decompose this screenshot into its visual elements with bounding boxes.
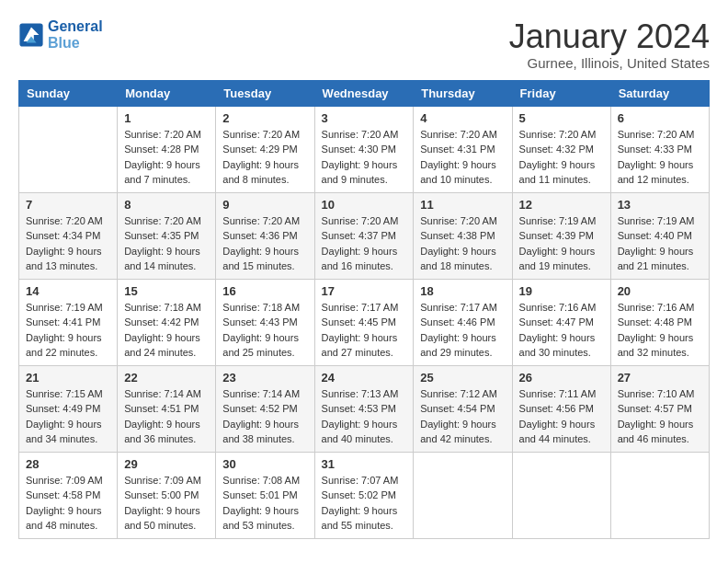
table-cell: 23Sunrise: 7:14 AMSunset: 4:52 PMDayligh… bbox=[216, 365, 314, 452]
calendar-table: Sunday Monday Tuesday Wednesday Thursday… bbox=[18, 80, 710, 539]
day-info: Sunrise: 7:19 AMSunset: 4:40 PMDaylight:… bbox=[618, 213, 702, 274]
day-info: Sunrise: 7:20 AMSunset: 4:32 PMDaylight:… bbox=[519, 127, 604, 188]
table-cell: 26Sunrise: 7:11 AMSunset: 4:56 PMDayligh… bbox=[512, 365, 610, 452]
table-cell: 9Sunrise: 7:20 AMSunset: 4:36 PMDaylight… bbox=[216, 192, 314, 279]
table-cell: 8Sunrise: 7:20 AMSunset: 4:35 PMDaylight… bbox=[118, 192, 216, 279]
day-number: 30 bbox=[222, 457, 307, 471]
table-cell: 28Sunrise: 7:09 AMSunset: 4:58 PMDayligh… bbox=[19, 452, 118, 538]
logo: General Blue bbox=[18, 18, 103, 52]
table-cell: 5Sunrise: 7:20 AMSunset: 4:32 PMDaylight… bbox=[512, 106, 610, 192]
table-cell: 22Sunrise: 7:14 AMSunset: 4:51 PMDayligh… bbox=[118, 365, 216, 452]
table-cell: 14Sunrise: 7:19 AMSunset: 4:41 PMDayligh… bbox=[19, 279, 118, 365]
table-cell: 12Sunrise: 7:19 AMSunset: 4:39 PMDayligh… bbox=[512, 192, 610, 279]
day-info: Sunrise: 7:19 AMSunset: 4:39 PMDaylight:… bbox=[519, 213, 604, 274]
day-number: 11 bbox=[420, 198, 505, 212]
day-info: Sunrise: 7:20 AMSunset: 4:37 PMDaylight:… bbox=[322, 213, 407, 274]
day-info: Sunrise: 7:10 AMSunset: 4:57 PMDaylight:… bbox=[618, 386, 702, 447]
week-row-2: 7Sunrise: 7:20 AMSunset: 4:34 PMDaylight… bbox=[19, 192, 710, 279]
table-cell: 13Sunrise: 7:19 AMSunset: 4:40 PMDayligh… bbox=[610, 192, 709, 279]
day-number: 10 bbox=[322, 198, 407, 212]
location: Gurnee, Illinois, United States bbox=[509, 55, 710, 71]
day-info: Sunrise: 7:09 AMSunset: 5:00 PMDaylight:… bbox=[124, 473, 209, 534]
day-number: 26 bbox=[519, 371, 604, 385]
day-number: 18 bbox=[420, 284, 505, 298]
table-cell: 21Sunrise: 7:15 AMSunset: 4:49 PMDayligh… bbox=[19, 365, 118, 452]
day-number: 1 bbox=[124, 111, 209, 125]
day-number: 8 bbox=[124, 198, 209, 212]
day-number: 12 bbox=[519, 198, 604, 212]
day-info: Sunrise: 7:09 AMSunset: 4:58 PMDaylight:… bbox=[26, 473, 110, 534]
day-info: Sunrise: 7:20 AMSunset: 4:31 PMDaylight:… bbox=[420, 127, 505, 188]
day-number: 16 bbox=[222, 284, 307, 298]
day-number: 3 bbox=[322, 111, 407, 125]
day-number: 17 bbox=[322, 284, 407, 298]
day-number: 4 bbox=[420, 111, 505, 125]
day-info: Sunrise: 7:20 AMSunset: 4:35 PMDaylight:… bbox=[124, 213, 209, 274]
table-cell: 17Sunrise: 7:17 AMSunset: 4:45 PMDayligh… bbox=[314, 279, 414, 365]
table-cell: 1Sunrise: 7:20 AMSunset: 4:28 PMDaylight… bbox=[118, 106, 216, 192]
day-info: Sunrise: 7:19 AMSunset: 4:41 PMDaylight:… bbox=[26, 300, 110, 361]
table-cell: 16Sunrise: 7:18 AMSunset: 4:43 PMDayligh… bbox=[216, 279, 314, 365]
day-number: 13 bbox=[618, 198, 702, 212]
day-number: 27 bbox=[618, 371, 702, 385]
day-info: Sunrise: 7:20 AMSunset: 4:34 PMDaylight:… bbox=[26, 213, 110, 274]
day-number: 23 bbox=[222, 371, 307, 385]
day-info: Sunrise: 7:18 AMSunset: 4:43 PMDaylight:… bbox=[222, 300, 307, 361]
day-number: 22 bbox=[124, 371, 209, 385]
col-wednesday: Wednesday bbox=[314, 80, 414, 106]
day-info: Sunrise: 7:17 AMSunset: 4:46 PMDaylight:… bbox=[420, 300, 505, 361]
table-cell: 6Sunrise: 7:20 AMSunset: 4:33 PMDaylight… bbox=[610, 106, 709, 192]
table-cell: 15Sunrise: 7:18 AMSunset: 4:42 PMDayligh… bbox=[118, 279, 216, 365]
col-monday: Monday bbox=[118, 80, 216, 106]
week-row-4: 21Sunrise: 7:15 AMSunset: 4:49 PMDayligh… bbox=[19, 365, 710, 452]
table-cell: 4Sunrise: 7:20 AMSunset: 4:31 PMDaylight… bbox=[414, 106, 512, 192]
week-row-1: 1Sunrise: 7:20 AMSunset: 4:28 PMDaylight… bbox=[19, 106, 710, 192]
day-number: 7 bbox=[26, 198, 110, 212]
col-tuesday: Tuesday bbox=[216, 80, 314, 106]
day-info: Sunrise: 7:17 AMSunset: 4:45 PMDaylight:… bbox=[322, 300, 407, 361]
day-info: Sunrise: 7:11 AMSunset: 4:56 PMDaylight:… bbox=[519, 386, 604, 447]
day-info: Sunrise: 7:08 AMSunset: 5:01 PMDaylight:… bbox=[222, 473, 307, 534]
table-cell bbox=[19, 106, 118, 192]
col-sunday: Sunday bbox=[19, 80, 118, 106]
week-row-5: 28Sunrise: 7:09 AMSunset: 4:58 PMDayligh… bbox=[19, 452, 710, 538]
table-cell: 20Sunrise: 7:16 AMSunset: 4:48 PMDayligh… bbox=[610, 279, 709, 365]
table-cell bbox=[610, 452, 709, 538]
table-cell: 7Sunrise: 7:20 AMSunset: 4:34 PMDaylight… bbox=[19, 192, 118, 279]
day-number: 21 bbox=[26, 371, 110, 385]
col-thursday: Thursday bbox=[414, 80, 512, 106]
table-cell: 2Sunrise: 7:20 AMSunset: 4:29 PMDaylight… bbox=[216, 106, 314, 192]
day-number: 31 bbox=[322, 457, 407, 471]
table-cell: 18Sunrise: 7:17 AMSunset: 4:46 PMDayligh… bbox=[414, 279, 512, 365]
logo-icon bbox=[18, 22, 44, 48]
day-number: 19 bbox=[519, 284, 604, 298]
header-row: Sunday Monday Tuesday Wednesday Thursday… bbox=[19, 80, 710, 106]
table-cell: 31Sunrise: 7:07 AMSunset: 5:02 PMDayligh… bbox=[314, 452, 414, 538]
table-cell: 29Sunrise: 7:09 AMSunset: 5:00 PMDayligh… bbox=[118, 452, 216, 538]
title-area: January 2024 Gurnee, Illinois, United St… bbox=[509, 18, 710, 71]
day-info: Sunrise: 7:14 AMSunset: 4:51 PMDaylight:… bbox=[124, 386, 209, 447]
table-cell: 11Sunrise: 7:20 AMSunset: 4:38 PMDayligh… bbox=[414, 192, 512, 279]
day-info: Sunrise: 7:20 AMSunset: 4:30 PMDaylight:… bbox=[322, 127, 407, 188]
table-cell bbox=[512, 452, 610, 538]
day-number: 5 bbox=[519, 111, 604, 125]
day-number: 6 bbox=[618, 111, 702, 125]
day-number: 2 bbox=[222, 111, 307, 125]
day-info: Sunrise: 7:20 AMSunset: 4:36 PMDaylight:… bbox=[222, 213, 307, 274]
day-info: Sunrise: 7:14 AMSunset: 4:52 PMDaylight:… bbox=[222, 386, 307, 447]
day-number: 20 bbox=[618, 284, 702, 298]
week-row-3: 14Sunrise: 7:19 AMSunset: 4:41 PMDayligh… bbox=[19, 279, 710, 365]
day-info: Sunrise: 7:12 AMSunset: 4:54 PMDaylight:… bbox=[420, 386, 505, 447]
day-info: Sunrise: 7:20 AMSunset: 4:28 PMDaylight:… bbox=[124, 127, 209, 188]
day-number: 25 bbox=[420, 371, 505, 385]
day-number: 24 bbox=[322, 371, 407, 385]
table-cell: 3Sunrise: 7:20 AMSunset: 4:30 PMDaylight… bbox=[314, 106, 414, 192]
col-friday: Friday bbox=[512, 80, 610, 106]
table-cell: 19Sunrise: 7:16 AMSunset: 4:47 PMDayligh… bbox=[512, 279, 610, 365]
day-info: Sunrise: 7:20 AMSunset: 4:38 PMDaylight:… bbox=[420, 213, 505, 274]
table-cell: 24Sunrise: 7:13 AMSunset: 4:53 PMDayligh… bbox=[314, 365, 414, 452]
day-info: Sunrise: 7:07 AMSunset: 5:02 PMDaylight:… bbox=[322, 473, 407, 534]
day-number: 15 bbox=[124, 284, 209, 298]
day-number: 14 bbox=[26, 284, 110, 298]
day-number: 29 bbox=[124, 457, 209, 471]
